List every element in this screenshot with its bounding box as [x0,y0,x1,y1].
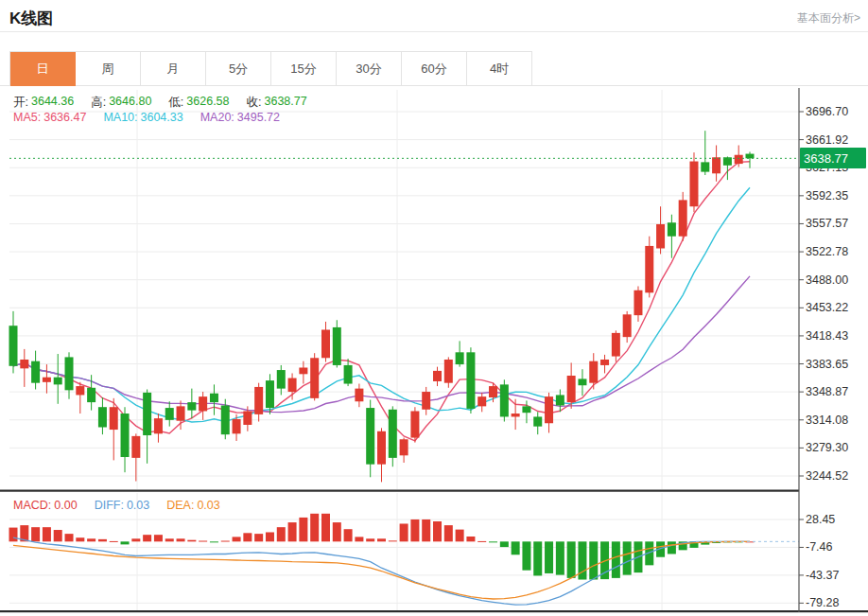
y-axis-tick-label: -7.46 [806,540,864,554]
current-price-badge: 3638.77 [800,148,866,168]
ma-legend: MA5:3636.47MA10:3604.33MA20:3495.72 [13,111,280,124]
legend-item: MA10:3604.33 [103,111,182,124]
legend-item: 收:3638.77 [247,95,307,111]
legend-item: MA20:3495.72 [200,111,280,124]
legend-item: MA5:3636.47 [13,111,86,124]
macd-legend: MACD:0.00DIFF:0.03DEA:0.03 [13,499,220,512]
y-axis-tick-label: 3557.57 [806,217,864,230]
kline-chart-canvas[interactable] [0,0,868,616]
y-axis-tick-label: 28.45 [806,513,864,526]
legend-item: DIFF:0.03 [95,499,150,512]
legend-item: DEA:0.03 [166,499,220,512]
y-axis-tick-label: 3592.35 [806,189,864,202]
y-axis-tick-label: 3244.52 [806,469,864,483]
y-axis-tick-label: 3314.08 [806,414,864,427]
legend-item: 低:3626.58 [168,95,229,111]
y-axis-tick-label: 3348.87 [806,385,864,398]
y-axis-tick-label: -43.37 [806,569,864,582]
legend-item: 高:3646.80 [91,95,151,111]
ohlc-legend: 开:3644.36高:3646.80低:3626.58收:3638.77 [13,95,307,111]
y-axis-tick-label: 3418.43 [806,329,864,343]
y-axis-tick-label: 3383.65 [806,358,864,371]
kline-widget: K线图 基本面分析> 日周月5分15分30分60分4时 开:3644.36高:3… [0,0,868,616]
y-axis-tick-label: 3661.92 [806,133,864,147]
y-axis-tick-label: 3488.00 [806,273,864,287]
y-axis-tick-label: 3522.78 [806,245,864,258]
y-axis-tick-label: 3696.70 [806,105,864,118]
legend-item: 开:3644.36 [13,95,74,111]
y-axis-tick-label: 3279.30 [806,441,864,454]
y-axis-tick-label: 3453.22 [806,301,864,314]
y-axis-tick-label: -79.28 [806,596,864,609]
legend-item: MACD:0.00 [13,499,78,512]
